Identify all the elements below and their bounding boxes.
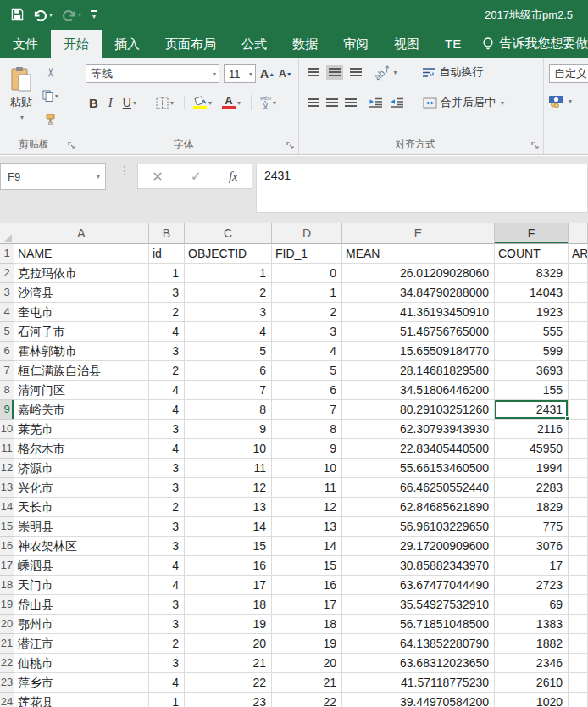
- cell-A6[interactable]: 霍林郭勒市: [14, 342, 149, 361]
- align-middle-button[interactable]: [326, 65, 343, 80]
- cell-E20[interactable]: 56.71851048500: [342, 615, 495, 634]
- tab-公式[interactable]: 公式: [229, 30, 280, 58]
- cell-G8[interactable]: [569, 381, 588, 400]
- row-header-23[interactable]: 23: [0, 673, 14, 693]
- column-header-C[interactable]: C: [185, 223, 272, 244]
- cell-C23[interactable]: 22: [185, 673, 272, 693]
- cell-F23[interactable]: 2610: [495, 673, 569, 693]
- insert-function-icon[interactable]: fx: [229, 170, 238, 184]
- column-header-E[interactable]: E: [342, 223, 495, 244]
- orientation-button[interactable]: ab↗ ▾: [374, 67, 397, 78]
- cell-E14[interactable]: 62.84685621890: [342, 498, 495, 517]
- cell-E6[interactable]: 15.65509184770: [342, 342, 495, 361]
- tab-数据[interactable]: 数据: [280, 30, 330, 58]
- cell-C10[interactable]: 9: [185, 420, 272, 439]
- row-header-10[interactable]: 10: [0, 420, 14, 439]
- cell-B23[interactable]: 4: [149, 673, 185, 693]
- row-header-19[interactable]: 19: [0, 595, 14, 615]
- underline-button[interactable]: U▾: [123, 96, 136, 109]
- cell-D6[interactable]: 4: [272, 342, 342, 361]
- cell-A10[interactable]: 莱芜市: [14, 420, 149, 439]
- cell-D14[interactable]: 12: [272, 498, 342, 517]
- cell-F5[interactable]: 555: [495, 322, 569, 342]
- cell-E2[interactable]: 26.01209028060: [342, 264, 495, 283]
- cell-F24[interactable]: 1020: [495, 693, 569, 707]
- align-center-button[interactable]: [326, 98, 338, 108]
- font-name-combo[interactable]: 等线▾: [86, 64, 219, 83]
- cell-C3[interactable]: 2: [185, 283, 272, 303]
- cell-G6[interactable]: [569, 342, 588, 361]
- cell-G18[interactable]: [569, 576, 588, 595]
- tab-插入[interactable]: 插入: [102, 30, 153, 58]
- wrap-text-button[interactable]: 自动换行: [422, 64, 483, 80]
- cell-F22[interactable]: 2346: [495, 654, 569, 673]
- copy-button[interactable]: ▾: [42, 88, 58, 103]
- save-icon[interactable]: [11, 8, 24, 21]
- fill-handle[interactable]: [565, 416, 570, 421]
- cell-G17[interactable]: [569, 556, 588, 576]
- cell-A17[interactable]: 嵊泗县: [14, 556, 149, 576]
- cell-F1[interactable]: COUNT: [495, 244, 569, 264]
- cell-F16[interactable]: 3076: [495, 537, 569, 556]
- cell-B21[interactable]: 2: [149, 634, 185, 654]
- cell-E18[interactable]: 63.67477044490: [342, 576, 495, 595]
- cell-F2[interactable]: 8329: [495, 264, 569, 283]
- undo-dropdown-icon[interactable]: ▾: [49, 11, 53, 19]
- cell-D1[interactable]: FID_1: [272, 244, 342, 264]
- increase-indent-button[interactable]: [390, 97, 404, 108]
- cell-C6[interactable]: 5: [185, 342, 272, 361]
- cell-A5[interactable]: 石河子市: [14, 322, 149, 342]
- cell-C5[interactable]: 4: [185, 322, 272, 342]
- cell-B22[interactable]: 3: [149, 654, 185, 673]
- cell-A22[interactable]: 仙桃市: [14, 654, 149, 673]
- cell-E9[interactable]: 80.29103251260: [342, 400, 495, 420]
- column-header-G[interactable]: [569, 223, 588, 244]
- cell-G3[interactable]: [569, 283, 588, 303]
- italic-button[interactable]: I: [108, 96, 113, 110]
- cell-G2[interactable]: [569, 264, 588, 283]
- cell-C21[interactable]: 20: [185, 634, 272, 654]
- cell-A3[interactable]: 沙湾县: [14, 283, 149, 303]
- row-header-6[interactable]: 6: [0, 342, 14, 361]
- cell-A16[interactable]: 神农架林区: [14, 537, 149, 556]
- row-header-21[interactable]: 21: [0, 634, 14, 654]
- cell-F13[interactable]: 2283: [495, 478, 569, 498]
- cell-F15[interactable]: 775: [495, 517, 569, 537]
- cell-E4[interactable]: 41.36193450910: [342, 303, 495, 322]
- cell-D4[interactable]: 2: [272, 303, 342, 322]
- customize-qat-icon[interactable]: ▾: [91, 10, 97, 20]
- cell-C4[interactable]: 3: [185, 303, 272, 322]
- cell-D23[interactable]: 21: [272, 673, 342, 693]
- shrink-font-button[interactable]: A▼: [279, 68, 292, 80]
- accounting-format-button[interactable]: [549, 95, 564, 108]
- cell-C19[interactable]: 18: [185, 595, 272, 615]
- cell-D13[interactable]: 11: [272, 478, 342, 498]
- cell-F19[interactable]: 69: [495, 595, 569, 615]
- cell-D24[interactable]: 22: [272, 693, 342, 707]
- formula-bar-handle[interactable]: ⋮: [119, 168, 125, 174]
- row-header-18[interactable]: 18: [0, 576, 14, 595]
- number-format-combo[interactable]: 自定义: [549, 64, 588, 83]
- row-header-15[interactable]: 15: [0, 517, 14, 537]
- cell-E7[interactable]: 28.14681829580: [342, 361, 495, 381]
- cell-B7[interactable]: 2: [149, 361, 185, 381]
- cell-G14[interactable]: [569, 498, 588, 517]
- cell-D8[interactable]: 6: [272, 381, 342, 400]
- paste-button[interactable]: 粘贴 ▾: [3, 61, 39, 136]
- cell-C15[interactable]: 14: [185, 517, 272, 537]
- row-header-9[interactable]: 9: [0, 400, 14, 420]
- cell-C7[interactable]: 6: [185, 361, 272, 381]
- cell-E11[interactable]: 22.83405440500: [342, 439, 495, 459]
- cell-B1[interactable]: id: [149, 244, 185, 264]
- align-left-button[interactable]: [308, 98, 319, 108]
- cell-G10[interactable]: [569, 420, 588, 439]
- cell-D21[interactable]: 19: [272, 634, 342, 654]
- cell-G1[interactable]: AR: [569, 244, 588, 264]
- cell-G4[interactable]: [569, 303, 588, 322]
- cell-E24[interactable]: 39.44970584200: [342, 693, 495, 707]
- cell-D10[interactable]: 8: [272, 420, 342, 439]
- cell-C9[interactable]: 8: [185, 400, 272, 420]
- cell-G23[interactable]: [569, 673, 588, 693]
- cell-C17[interactable]: 16: [185, 556, 272, 576]
- row-header-2[interactable]: 2: [0, 264, 14, 283]
